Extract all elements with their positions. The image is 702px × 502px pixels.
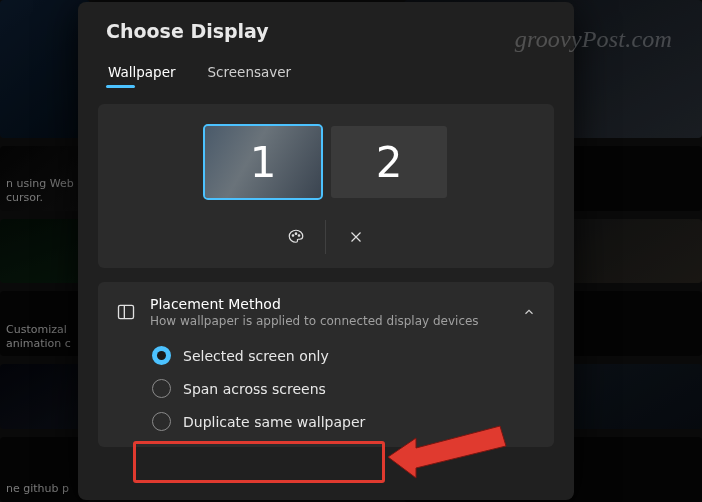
remove-button[interactable] (326, 220, 386, 254)
radio-selected-screen-only[interactable]: Selected screen only (152, 346, 536, 365)
radio-duplicate-same-wallpaper[interactable]: Duplicate same wallpaper (152, 412, 536, 431)
dialog-title: Choose Display (78, 2, 574, 52)
monitor-2[interactable]: 2 (331, 126, 447, 198)
monitor-number: 2 (376, 138, 403, 187)
tab-wallpaper[interactable]: Wallpaper (106, 58, 178, 90)
radio-icon (152, 412, 171, 431)
layout-icon (116, 302, 136, 322)
radio-icon (152, 346, 171, 365)
radio-icon (152, 379, 171, 398)
customize-button[interactable] (266, 220, 326, 254)
placement-section: Placement Method How wallpaper is applie… (98, 282, 554, 447)
svg-point-0 (292, 235, 294, 237)
chevron-up-icon (522, 305, 536, 319)
tab-strip: Wallpaper Screensaver (78, 52, 574, 90)
tab-screensaver[interactable]: Screensaver (206, 58, 294, 90)
placement-title: Placement Method (150, 296, 508, 312)
close-icon (347, 228, 365, 246)
preview-actions (266, 220, 386, 254)
monitor-number: 1 (250, 138, 277, 187)
svg-point-1 (295, 233, 297, 235)
monitor-1[interactable]: 1 (205, 126, 321, 198)
choose-display-dialog: Choose Display Wallpaper Screensaver 1 2 (78, 2, 574, 500)
placement-options: Selected screen only Span across screens… (98, 342, 554, 447)
radio-label: Duplicate same wallpaper (183, 414, 365, 430)
svg-rect-3 (119, 305, 134, 318)
monitor-group: 1 2 (205, 126, 447, 198)
placement-header[interactable]: Placement Method How wallpaper is applie… (98, 282, 554, 342)
display-preview-panel: 1 2 (98, 104, 554, 268)
placement-subtitle: How wallpaper is applied to connected di… (150, 314, 508, 328)
tile-caption: ne github p (6, 482, 69, 496)
radio-label: Span across screens (183, 381, 326, 397)
radio-label: Selected screen only (183, 348, 329, 364)
palette-icon (287, 228, 305, 246)
radio-span-across-screens[interactable]: Span across screens (152, 379, 536, 398)
svg-point-2 (298, 235, 300, 237)
